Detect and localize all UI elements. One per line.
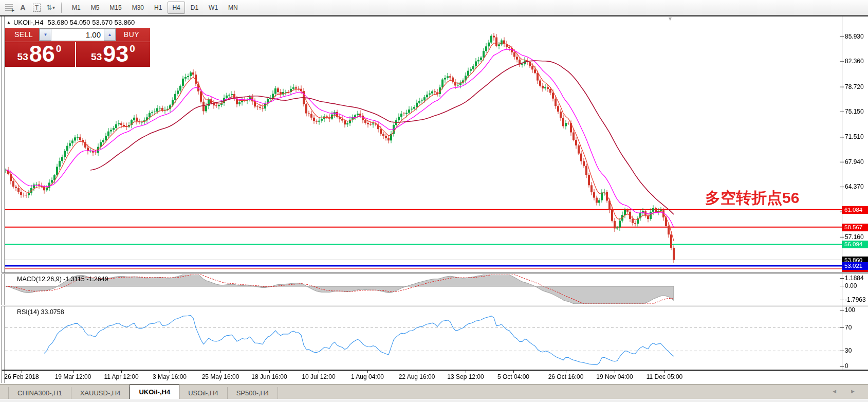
buy-price-box[interactable]: 53930	[75, 42, 150, 67]
time-tick-label: 5 Oct 04:00	[497, 373, 529, 380]
time-tick-label: 26 Feb 2018	[4, 373, 39, 380]
time-tick-label: 19 Mar 12:00	[55, 373, 91, 380]
chart-shift-marker-icon[interactable]: ▼	[668, 16, 673, 22]
price-tick-label: 67.940	[845, 158, 864, 166]
price-badge: 58.567	[842, 224, 868, 231]
price-tick-label: 57.160	[845, 233, 864, 241]
tab-scroll-right-icon[interactable]: ►	[850, 388, 856, 394]
price-tick-label: 64.370	[845, 183, 864, 190]
buy-price-big: 93	[103, 43, 128, 65]
price-tick-label: 78.720	[845, 83, 864, 90]
one-click-trading-panel: SELL ▼ ▲ BUY 53860 53930	[5, 28, 150, 67]
macd-label: MACD(12,26,9) -1.3115 -1.2649	[17, 276, 108, 283]
volume-increase-button[interactable]: ▲	[104, 29, 116, 41]
time-tick-label: 19 Nov 04:00	[596, 373, 633, 380]
price-tick-label: 71.510	[845, 133, 864, 140]
chart-tab-bar: CHINA300-,H1XAUUSD-,H4UKOil-,H4USOil-,H4…	[0, 384, 868, 399]
tab-sp500h4[interactable]: SP500-,H4	[228, 387, 279, 399]
sell-button[interactable]: SELL	[8, 29, 39, 40]
price-badge: 53.021	[842, 262, 868, 270]
time-tick-label: 10 Jul 12:00	[302, 373, 335, 380]
macd-tick-label: 0.00	[845, 282, 857, 289]
macd-tick-label: -1.7963	[845, 296, 866, 303]
annotation-text: 多空转折点56	[705, 188, 799, 209]
volume-decrease-button[interactable]: ▼	[40, 29, 51, 41]
tab-spacer	[0, 387, 9, 399]
macd-tick-label: 1.1884	[845, 275, 864, 282]
rsi-label: RSI(14) 33.0758	[17, 308, 64, 316]
symbol-period-label: UKOil-,H4	[13, 19, 44, 26]
time-tick-label: 18 Jun 16:00	[251, 373, 287, 380]
sell-price-box[interactable]: 53860	[5, 42, 73, 67]
price-axis: 85.93082.36078.72075.15071.51067.94064.3…	[842, 16, 868, 273]
collapse-triangle-icon[interactable]: ▲	[7, 20, 11, 25]
buy-button[interactable]: BUY	[116, 29, 147, 40]
tab-china300h1[interactable]: CHINA300-,H1	[9, 387, 71, 399]
sell-price-small: 53	[17, 49, 28, 65]
price-badge: 56.094	[842, 241, 868, 248]
time-tick-label: 22 Aug 16:00	[399, 373, 435, 380]
terminal-window: F A T ⇅ ▾ M1M5M15M30H1H4D1W1MN ▲UKOil-,H…	[0, 0, 868, 402]
rsi-axis: 10070300	[842, 306, 868, 370]
status-strip	[0, 399, 868, 402]
chart-title: ▲UKOil-,H453.680 54.050 53.670 53.860	[7, 19, 135, 26]
volume-stepper: ▼ ▲	[39, 28, 116, 41]
tab-scroll-arrows: ◄ ►	[820, 388, 856, 394]
time-tick-label: 11 Apr 12:00	[104, 373, 138, 380]
buy-price-sup: 0	[130, 43, 135, 54]
time-tick-label: 25 May 16:00	[202, 373, 239, 380]
buy-price-small: 53	[91, 49, 102, 65]
time-tick-label: 26 Oct 16:00	[548, 373, 584, 380]
time-tick-label: 13 Sep 12:00	[447, 373, 484, 380]
price-tick-label: 85.930	[845, 33, 864, 40]
rsi-tick-label: 30	[845, 347, 852, 354]
tab-xauusdh4[interactable]: XAUUSD-,H4	[71, 387, 130, 399]
sell-price-big: 86	[29, 43, 55, 65]
time-tick-label: 1 Aug 04:00	[351, 373, 384, 380]
time-tick-label: 11 Dec 05:00	[647, 373, 683, 380]
price-tick-label: 82.360	[845, 58, 864, 65]
macd-axis: 1.18840.00-1.7963	[842, 274, 868, 305]
tab-usoilh4[interactable]: USOil-,H4	[179, 387, 228, 399]
rsi-tick-label: 0	[845, 362, 848, 370]
sell-price-sup: 0	[56, 43, 62, 54]
tab-ukoilh4[interactable]: UKOil-,H4	[130, 385, 179, 399]
rsi-tick-label: 100	[845, 306, 855, 314]
price-tick-label: 75.150	[845, 108, 864, 115]
volume-input[interactable]	[51, 29, 104, 41]
tab-scroll-left-icon[interactable]: ◄	[832, 388, 837, 394]
time-tick-label: 3 May 16:00	[153, 373, 187, 380]
rsi-tick-label: 70	[845, 324, 852, 331]
price-badge: 61.084	[842, 206, 868, 214]
ohlc-values: 53.680 54.050 53.670 53.860	[47, 19, 135, 26]
